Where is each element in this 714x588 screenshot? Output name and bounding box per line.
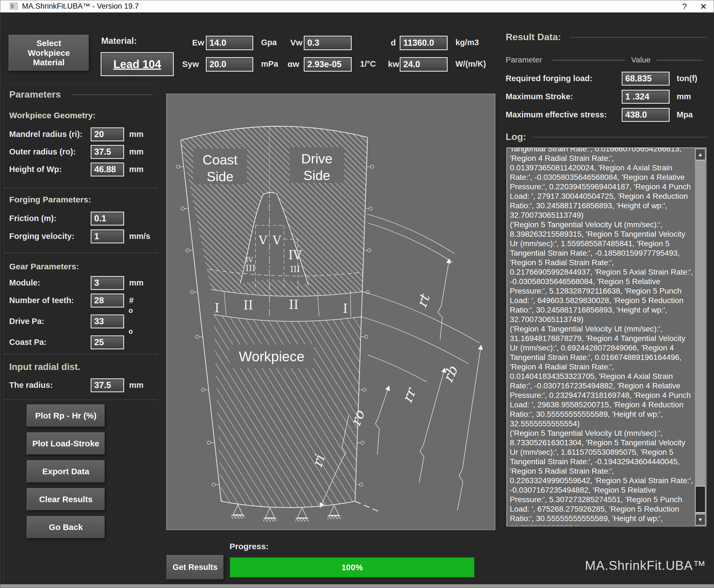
window-resize-edge (0, 584, 714, 588)
forging-load-unit: ton(f) (677, 74, 697, 83)
region-ii-label-right: II (289, 297, 299, 312)
outer-radius-unit: mm (129, 147, 144, 156)
ew-unit: Gpa (261, 38, 277, 47)
max-stroke-value[interactable]: 1 .324 (622, 90, 670, 104)
coast-side-label-line2: Side (207, 169, 233, 184)
app-window: MA.ShrinkFit.UBA™ - Version 19.7 ? ✕ Sel… (0, 0, 714, 588)
region-i-label-left: I (215, 301, 219, 315)
radius-rb-label: rb (440, 363, 461, 385)
select-workpiece-material-button[interactable]: Select Workpiece Material (9, 35, 89, 71)
height-of-wp-label: Height of Wp: (9, 165, 62, 174)
kw-field[interactable]: 24.0 (400, 57, 448, 72)
height-of-wp-unit: mm (129, 165, 144, 174)
the-radius-field[interactable]: 37.5 (90, 378, 124, 392)
help-icon[interactable]: ? (678, 1, 691, 12)
plot-rp-hr-button[interactable]: Plot Rp - Hr (%) (27, 404, 105, 427)
forging-velocity-field[interactable]: 1 (90, 229, 124, 244)
scrollbar-thumb[interactable] (695, 486, 706, 513)
aw-field[interactable]: 2.93e-05 (304, 57, 352, 72)
vw-field[interactable]: 0.3 (304, 36, 352, 50)
get-results-button[interactable]: Get Results (166, 555, 224, 580)
ew-field[interactable]: 14.0 (206, 36, 253, 50)
group-title-forging: Forging Parameters: (9, 195, 91, 204)
aw-unit: 1/°C (360, 59, 376, 68)
d-field[interactable]: 11360.0 (400, 36, 448, 50)
region-iv-label-left: IV (246, 256, 253, 264)
outer-radius-label: Outer radius (ro): (9, 147, 76, 156)
radius-rr-label: rr (399, 385, 420, 405)
number-of-teeth-field[interactable]: 28 (90, 294, 124, 308)
number-of-teeth-unit: # (129, 296, 134, 305)
export-data-button[interactable]: Export Data (27, 460, 105, 483)
result-col-parameter: Parameter (506, 56, 542, 64)
material-value-field[interactable]: Lead 104 (101, 52, 174, 76)
plot-load-stroke-button[interactable]: Plot Load-Stroke (27, 433, 105, 455)
module-unit: mm (129, 278, 144, 288)
forging-velocity-label: Forging velocity: (9, 232, 75, 241)
mandrel-radius-label: Mandrel radius (ri): (9, 130, 83, 139)
log-output[interactable]: Tangential Strain Rate:', 0.016660705654… (507, 147, 707, 527)
kw-label: kw (388, 59, 399, 69)
group-title-geometry: Workpiece Geometry: (9, 111, 96, 120)
region-v-label-left: V (259, 233, 267, 247)
title-bar: MA.ShrinkFit.UBA™ - Version 19.7 ? ✕ (0, 0, 714, 13)
friction-field[interactable]: 0.1 (90, 212, 124, 226)
drive-pa-label: Drive Pa: (9, 317, 44, 326)
log-text: Tangential Strain Rate:', 0.016660705654… (510, 147, 694, 526)
gear-forging-diagram: Coast Side Drive Side Workpiece V V IV I… (166, 94, 495, 530)
drive-side-label-line2: Side (303, 168, 330, 183)
mandrel-radius-unit: mm (129, 130, 144, 139)
go-back-button[interactable]: Go Back (27, 516, 105, 538)
log-heading: Log: (506, 131, 526, 142)
result-data-heading: Result Data: (506, 31, 561, 42)
scroll-down-icon[interactable]: ▼ (695, 514, 706, 526)
group-title-radial-dist: Input radial dist. (9, 362, 80, 372)
syw-field[interactable]: 20.0 (206, 57, 253, 72)
log-scrollbar[interactable]: ▲ ▼ (695, 149, 706, 526)
coast-pa-label: Coast Pa: (9, 338, 46, 347)
number-of-teeth-label: Number of teeth: (9, 296, 74, 305)
close-icon[interactable]: ✕ (697, 1, 710, 12)
region-iii-label-right: III (290, 264, 300, 274)
height-of-wp-field[interactable]: 46.88 (90, 163, 124, 176)
forging-load-label: Required forging load: (506, 74, 592, 83)
syw-label: Syw (182, 59, 199, 69)
region-v-label-right: V (272, 233, 281, 247)
friction-label: Friction (m): (9, 214, 56, 223)
syw-unit: mPa (261, 59, 278, 68)
region-iii-label-left: III (245, 263, 256, 273)
max-stress-unit: Mpa (677, 110, 693, 119)
region-iv-label-right: IV (288, 248, 302, 262)
coast-side-label-line1: Coast (203, 152, 237, 167)
aw-label: αw (288, 59, 299, 69)
drive-pa-field[interactable]: 33 (90, 315, 124, 329)
app-icon (10, 3, 18, 9)
radius-rt-label: rt (413, 291, 433, 310)
progress-label: Progress: (229, 542, 269, 551)
mandrel-radius-field[interactable]: 20 (90, 127, 124, 141)
outer-radius-field[interactable]: 37.5 (90, 145, 124, 159)
d-label: d (391, 38, 396, 47)
forging-load-value[interactable]: 68.835 (622, 72, 670, 86)
drive-side-label-line1: Drive (301, 151, 332, 166)
region-ii-label-left: II (244, 298, 253, 312)
vw-label: Vw (290, 38, 302, 47)
window-title: MA.ShrinkFit.UBA™ - Version 19.7 (22, 2, 139, 10)
parameters-heading: Parameters (9, 89, 61, 100)
max-stroke-label: Maximum Stroke: (506, 92, 573, 101)
workpiece-label: Workpiece (239, 349, 304, 364)
forging-velocity-unit: mm/s (129, 232, 150, 241)
material-label: Material: (101, 36, 137, 46)
drive-pa-unit: o (128, 307, 133, 315)
module-field[interactable]: 3 (90, 276, 124, 290)
max-stress-value[interactable]: 438.0 (622, 108, 670, 122)
coast-pa-unit: o (128, 327, 133, 335)
scroll-up-icon[interactable]: ▲ (695, 149, 706, 160)
max-stress-label: Maximum effective stress: (506, 110, 607, 119)
the-radius-unit: mm (129, 381, 144, 390)
coast-pa-field[interactable]: 25 (90, 335, 124, 349)
progress-bar: 100% (230, 557, 474, 578)
clear-results-button[interactable]: Clear Results (27, 488, 105, 510)
ew-label: Ew (192, 38, 204, 47)
max-stroke-unit: mm (677, 92, 691, 101)
